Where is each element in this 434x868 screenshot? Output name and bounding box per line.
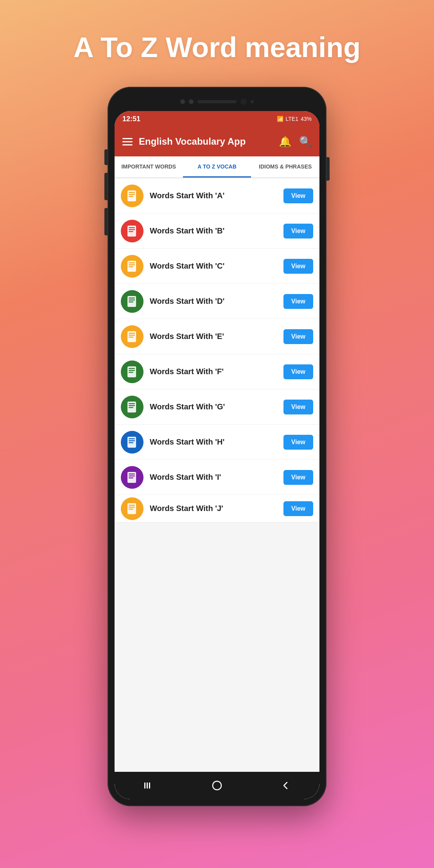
phone-shell: 12:51 📶 LTE1 43% English Vocabulary App … — [108, 87, 326, 806]
svg-rect-37 — [129, 505, 135, 506]
svg-rect-22 — [129, 370, 135, 371]
word-icon-f — [121, 360, 143, 383]
search-icon[interactable]: 🔍 — [299, 136, 312, 148]
word-label-g: Words Start With 'G' — [150, 402, 277, 411]
tabs-bar: IMPORTANT WORDS A TO Z VOCAB IDIOMS & PH… — [115, 156, 319, 178]
page-background-title: A To Z Word meaning — [74, 31, 361, 63]
word-icon-c — [121, 255, 143, 278]
notification-icon[interactable]: 🔔 — [279, 136, 291, 148]
view-button-a[interactable]: View — [283, 188, 313, 203]
word-label-h: Words Start With 'H' — [150, 438, 277, 447]
list-item[interactable]: Words Start With 'I' View — [115, 460, 319, 495]
svg-rect-13 — [129, 298, 135, 299]
svg-rect-15 — [129, 301, 133, 303]
list-item[interactable]: Words Start With 'J' View — [115, 495, 319, 522]
word-icon-e — [121, 325, 143, 348]
view-button-h[interactable]: View — [283, 435, 313, 450]
tab-idioms-phrases[interactable]: IDIOMS & PHRASES — [251, 156, 319, 178]
word-label-i: Words Start With 'I' — [150, 473, 277, 482]
svg-rect-14 — [129, 299, 135, 301]
svg-rect-43 — [213, 781, 221, 790]
view-button-g[interactable]: View — [283, 400, 313, 414]
power-button — [326, 157, 330, 181]
svg-rect-6 — [129, 229, 135, 230]
word-label-c: Words Start With 'C' — [150, 262, 277, 271]
svg-rect-39 — [129, 509, 133, 510]
hamburger-line-2 — [122, 141, 133, 142]
tab-atoz-vocab[interactable]: A TO Z VOCAB — [183, 156, 251, 178]
status-time: 12:51 — [122, 115, 140, 123]
svg-rect-9 — [129, 262, 135, 264]
svg-rect-3 — [129, 196, 133, 197]
bixby-button — [104, 208, 108, 235]
word-list: Words Start With 'A' View Words Start Wi… — [115, 178, 319, 772]
list-item[interactable]: Words Start With 'F' View — [115, 354, 319, 389]
list-item[interactable]: Words Start With 'C' View — [115, 249, 319, 284]
svg-rect-18 — [129, 335, 135, 336]
view-button-c[interactable]: View — [283, 259, 313, 274]
menu-button[interactable] — [122, 138, 133, 145]
bottom-nav — [115, 772, 319, 799]
proximity-sensor — [251, 100, 254, 103]
svg-rect-41 — [147, 782, 148, 789]
view-button-i[interactable]: View — [283, 470, 313, 485]
svg-rect-35 — [129, 477, 133, 479]
svg-rect-11 — [129, 266, 133, 267]
svg-rect-10 — [129, 264, 135, 265]
word-icon-g — [121, 396, 143, 418]
svg-rect-40 — [144, 782, 145, 789]
status-icons: 📶 LTE1 43% — [277, 116, 312, 122]
phone-screen: 12:51 📶 LTE1 43% English Vocabulary App … — [115, 111, 319, 799]
recent-apps-button[interactable] — [143, 780, 154, 791]
svg-rect-17 — [129, 333, 135, 334]
front-camera — [180, 99, 185, 104]
svg-rect-33 — [129, 473, 135, 475]
svg-rect-26 — [129, 405, 135, 406]
view-button-e[interactable]: View — [283, 329, 313, 344]
svg-rect-2 — [129, 194, 135, 195]
lte-icon: LTE1 — [286, 116, 298, 122]
list-item[interactable]: Words Start With 'B' View — [115, 213, 319, 249]
app-bar: English Vocabulary App 🔔 🔍 — [115, 127, 319, 156]
word-label-d: Words Start With 'D' — [150, 297, 277, 306]
phone-top-bar — [115, 94, 319, 109]
svg-rect-21 — [129, 368, 135, 369]
view-button-b[interactable]: View — [283, 224, 313, 239]
word-icon-i — [121, 466, 143, 489]
back-button[interactable] — [280, 780, 291, 791]
word-icon-a — [121, 185, 143, 207]
svg-rect-7 — [129, 231, 133, 232]
view-button-d[interactable]: View — [283, 294, 313, 309]
list-item[interactable]: Words Start With 'G' View — [115, 389, 319, 425]
svg-rect-5 — [129, 227, 135, 228]
status-bar: 12:51 📶 LTE1 43% — [115, 111, 319, 127]
svg-rect-34 — [129, 475, 135, 477]
svg-rect-38 — [129, 507, 135, 508]
app-bar-icons: 🔔 🔍 — [279, 136, 312, 148]
earpiece — [197, 100, 237, 103]
sensor — [189, 99, 194, 104]
list-item[interactable]: Words Start With 'H' View — [115, 425, 319, 460]
svg-rect-19 — [129, 337, 133, 338]
list-item[interactable]: Words Start With 'E' View — [115, 319, 319, 354]
svg-rect-23 — [129, 372, 133, 373]
front-camera-main — [240, 99, 247, 105]
svg-rect-31 — [129, 442, 133, 443]
list-item[interactable]: Words Start With 'D' View — [115, 284, 319, 319]
hamburger-line-1 — [122, 138, 133, 139]
camera-area — [180, 99, 254, 105]
view-button-j[interactable]: View — [283, 501, 313, 516]
word-label-b: Words Start With 'B' — [150, 226, 277, 235]
word-label-j: Words Start With 'J' — [150, 504, 277, 513]
list-item[interactable]: Words Start With 'A' View — [115, 178, 319, 213]
svg-rect-27 — [129, 407, 133, 408]
wifi-icon: 📶 — [277, 116, 283, 122]
home-button[interactable] — [212, 780, 222, 791]
tab-important-words[interactable]: IMPORTANT WORDS — [115, 156, 183, 178]
word-label-e: Words Start With 'E' — [150, 332, 277, 341]
svg-rect-42 — [149, 782, 150, 789]
word-label-a: Words Start With 'A' — [150, 191, 277, 200]
view-button-f[interactable]: View — [283, 364, 313, 379]
volume-up-button — [104, 149, 108, 165]
svg-rect-30 — [129, 440, 135, 441]
